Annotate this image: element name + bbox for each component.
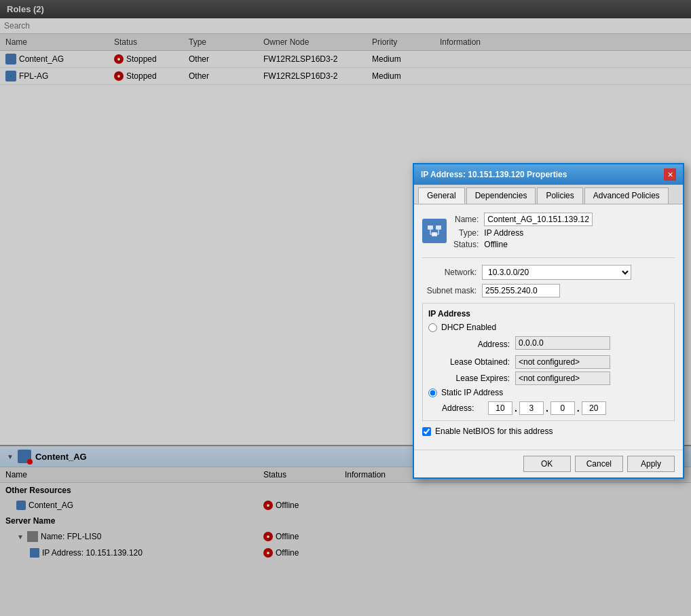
static-address-label: Address: bbox=[442, 403, 483, 413]
lease-obtained-label: Lease Obtained: bbox=[442, 357, 510, 367]
ip-octet-group: . . . bbox=[488, 401, 606, 415]
dialog-close-button[interactable]: ✕ bbox=[664, 168, 676, 181]
ip-section-title: IP Address bbox=[428, 309, 669, 319]
ip-dot-2: . bbox=[546, 403, 548, 414]
static-label: Static IP Address bbox=[441, 388, 503, 397]
tab-advanced-policies[interactable]: Advanced Policies bbox=[584, 187, 669, 204]
dialog-body: Name: Type: IP Address Status: Offline N… bbox=[414, 204, 683, 450]
network-label: Network: bbox=[422, 268, 477, 277]
lease-expires-row: Lease Expires: bbox=[442, 372, 669, 385]
dhcp-label: DHCP Enabled bbox=[441, 323, 496, 332]
tab-dependencies[interactable]: Dependencies bbox=[466, 187, 536, 204]
ip-properties-dialog: IP Address: 10.151.139.120 Properties ✕ … bbox=[413, 163, 684, 479]
status-label: Status: bbox=[453, 240, 479, 249]
lease-obtained-row: Lease Obtained: bbox=[442, 355, 669, 369]
name-input[interactable] bbox=[484, 213, 593, 226]
ip-octet-2[interactable] bbox=[519, 401, 544, 415]
network-row: Network: 10.3.0.0/20 bbox=[422, 265, 675, 280]
name-label: Name: bbox=[453, 215, 479, 224]
ip-octet-1[interactable] bbox=[488, 401, 512, 415]
dhcp-radio[interactable] bbox=[428, 323, 437, 332]
subnet-row: Subnet mask: bbox=[422, 284, 675, 297]
network-select[interactable]: 10.3.0.0/20 bbox=[482, 265, 631, 280]
static-ip-row: Address: . . . bbox=[442, 401, 669, 415]
static-radio[interactable] bbox=[428, 388, 437, 397]
subnet-input[interactable] bbox=[482, 284, 560, 297]
field-grid: Name: Type: IP Address Status: Offline bbox=[453, 213, 593, 249]
apply-button[interactable]: Apply bbox=[627, 456, 675, 472]
lease-expires-label: Lease Expires: bbox=[442, 374, 510, 383]
ip-octet-3[interactable] bbox=[550, 401, 575, 415]
address-label: Address: bbox=[442, 340, 510, 349]
ip-octet-4[interactable] bbox=[582, 401, 606, 415]
network-icon bbox=[422, 219, 447, 243]
ip-dot-1: . bbox=[515, 403, 517, 414]
ip-dot-3: . bbox=[577, 403, 580, 414]
netbios-row: Enable NetBIOS for this address bbox=[422, 427, 675, 436]
tab-general[interactable]: General bbox=[418, 187, 465, 204]
dialog-info-row: Name: Type: IP Address Status: Offline bbox=[422, 213, 675, 249]
dialog-title: IP Address: 10.151.139.120 Properties bbox=[421, 170, 567, 179]
address-row: Address: bbox=[442, 336, 669, 352]
divider bbox=[422, 257, 675, 258]
dialog-title-bar: IP Address: 10.151.139.120 Properties ✕ bbox=[414, 164, 683, 185]
ip-address-section: IP Address DHCP Enabled Address: Lease O… bbox=[422, 303, 675, 421]
dhcp-fields: Address: Lease Obtained: Lease Expires: bbox=[442, 336, 669, 385]
type-label: Type: bbox=[453, 228, 479, 238]
subnet-label: Subnet mask: bbox=[422, 286, 477, 295]
dialog-footer: OK Cancel Apply bbox=[414, 450, 683, 477]
netbios-label: Enable NetBIOS for this address bbox=[435, 427, 553, 436]
dialog-tabs: General Dependencies Policies Advanced P… bbox=[414, 185, 683, 204]
ok-button[interactable]: OK bbox=[523, 456, 571, 472]
tab-policies[interactable]: Policies bbox=[537, 187, 582, 204]
svg-rect-0 bbox=[428, 225, 433, 230]
dialog-overlay: IP Address: 10.151.139.120 Properties ✕ … bbox=[0, 0, 691, 616]
type-value: IP Address bbox=[484, 228, 593, 238]
cancel-button[interactable]: Cancel bbox=[575, 456, 623, 472]
netbios-checkbox[interactable] bbox=[422, 427, 431, 436]
dhcp-radio-row: DHCP Enabled bbox=[428, 323, 669, 332]
lease-expires-input bbox=[515, 372, 610, 385]
status-value: Offline bbox=[484, 240, 593, 249]
dhcp-address-input bbox=[515, 336, 610, 350]
static-radio-row: Static IP Address bbox=[428, 388, 669, 397]
lease-obtained-input bbox=[515, 355, 610, 369]
svg-rect-1 bbox=[436, 225, 441, 230]
